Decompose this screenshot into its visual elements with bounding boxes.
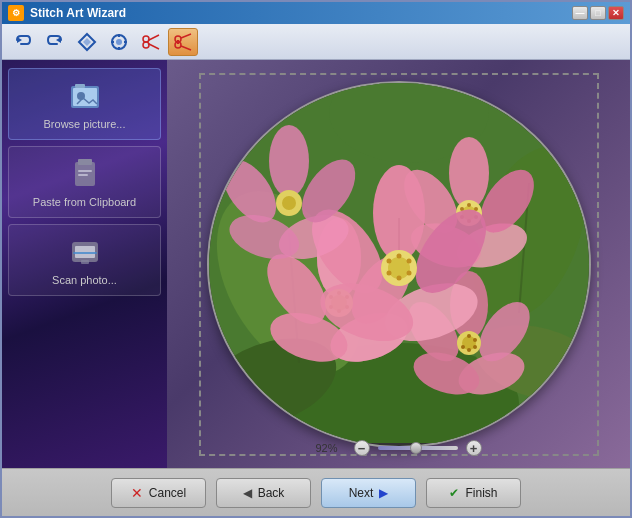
svg-marker-0 — [17, 37, 22, 43]
crop-button[interactable] — [168, 28, 198, 56]
app-icon: ⚙ — [8, 5, 24, 21]
maximize-button[interactable]: □ — [590, 6, 606, 20]
next-label: Next — [349, 486, 374, 500]
cancel-icon: ✕ — [131, 485, 143, 501]
svg-marker-3 — [83, 38, 91, 46]
undo-button[interactable] — [8, 28, 38, 56]
redo-icon — [45, 32, 65, 52]
sidebar-item-browse[interactable]: Browse picture... — [8, 68, 161, 140]
titlebar: ⚙ Stitch Art Wizard — □ ✕ — [2, 2, 630, 24]
svg-point-76 — [473, 338, 477, 342]
transform-icon — [109, 32, 129, 52]
browse-icon — [67, 78, 103, 114]
svg-rect-30 — [81, 260, 89, 264]
svg-point-79 — [461, 345, 465, 349]
redo-button[interactable] — [40, 28, 70, 56]
back-button[interactable]: ◀ Back — [216, 478, 311, 508]
svg-point-75 — [467, 334, 471, 338]
svg-line-17 — [181, 46, 191, 50]
svg-point-62 — [467, 203, 471, 207]
main-window: ⚙ Stitch Art Wizard — □ ✕ — [0, 0, 632, 518]
zoom-minus-button[interactable]: − — [354, 440, 370, 456]
zoom-plus-button[interactable]: + — [466, 440, 482, 456]
zoom-controls: 92% − + — [316, 440, 482, 456]
svg-line-13 — [148, 43, 159, 49]
toolbar — [2, 24, 630, 60]
svg-marker-1 — [56, 37, 61, 43]
clipboard-label: Paste from Clipboard — [33, 196, 136, 208]
svg-point-78 — [467, 348, 471, 352]
sidebar-item-clipboard[interactable]: Paste from Clipboard — [8, 146, 161, 218]
undo-icon — [13, 32, 33, 52]
svg-rect-21 — [75, 84, 85, 88]
close-button[interactable]: ✕ — [608, 6, 624, 20]
back-label: Back — [258, 486, 285, 500]
svg-point-89 — [406, 258, 411, 263]
canvas-area: 92% − + — [167, 60, 630, 468]
svg-point-77 — [473, 345, 477, 349]
svg-point-91 — [396, 275, 401, 280]
minimize-button[interactable]: — — [572, 6, 588, 20]
svg-point-93 — [386, 258, 391, 263]
sidebar-item-scan[interactable]: Scan photo... — [8, 224, 161, 296]
svg-rect-24 — [78, 159, 92, 165]
svg-line-16 — [181, 34, 191, 38]
svg-line-12 — [148, 35, 159, 41]
svg-rect-25 — [78, 170, 92, 172]
next-icon: ▶ — [379, 486, 388, 500]
svg-rect-20 — [73, 88, 97, 106]
content-area: Browse picture... Paste from Clipboard — [2, 60, 630, 468]
zoom-percent: 92% — [316, 442, 346, 454]
back-icon: ◀ — [243, 486, 252, 500]
crop-icon — [173, 32, 193, 52]
svg-point-90 — [406, 270, 411, 275]
svg-rect-26 — [78, 174, 88, 176]
image-display — [207, 81, 591, 448]
svg-point-5 — [116, 39, 122, 45]
svg-point-100 — [282, 196, 296, 210]
image-wrapper — [199, 73, 599, 456]
select-icon — [77, 32, 97, 52]
svg-point-10 — [143, 36, 149, 42]
finish-button[interactable]: ✔ Finish — [426, 478, 521, 508]
cancel-label: Cancel — [149, 486, 186, 500]
svg-point-94 — [269, 125, 309, 197]
scan-icon — [67, 234, 103, 270]
zoom-slider[interactable] — [378, 446, 458, 450]
browse-label: Browse picture... — [44, 118, 126, 130]
titlebar-buttons: — □ ✕ — [572, 6, 624, 20]
sidebar: Browse picture... Paste from Clipboard — [2, 60, 167, 468]
cancel-button[interactable]: ✕ Cancel — [111, 478, 206, 508]
scan-label: Scan photo... — [52, 274, 117, 286]
finish-label: Finish — [465, 486, 497, 500]
zoom-thumb[interactable] — [410, 442, 422, 454]
bottom-bar: ✕ Cancel ◀ Back Next ▶ ✔ Finish — [2, 468, 630, 516]
svg-rect-29 — [73, 252, 97, 254]
svg-point-88 — [396, 253, 401, 258]
scissors-button[interactable] — [136, 28, 166, 56]
transform-button[interactable] — [104, 28, 134, 56]
svg-point-55 — [449, 137, 489, 209]
clipboard-icon — [67, 156, 103, 192]
svg-point-11 — [143, 42, 149, 48]
svg-point-92 — [386, 270, 391, 275]
select-button[interactable] — [72, 28, 102, 56]
scissors-icon — [141, 32, 161, 52]
next-button[interactable]: Next ▶ — [321, 478, 416, 508]
flower-svg — [209, 83, 589, 443]
finish-icon: ✔ — [449, 486, 459, 500]
window-title: Stitch Art Wizard — [30, 6, 572, 20]
